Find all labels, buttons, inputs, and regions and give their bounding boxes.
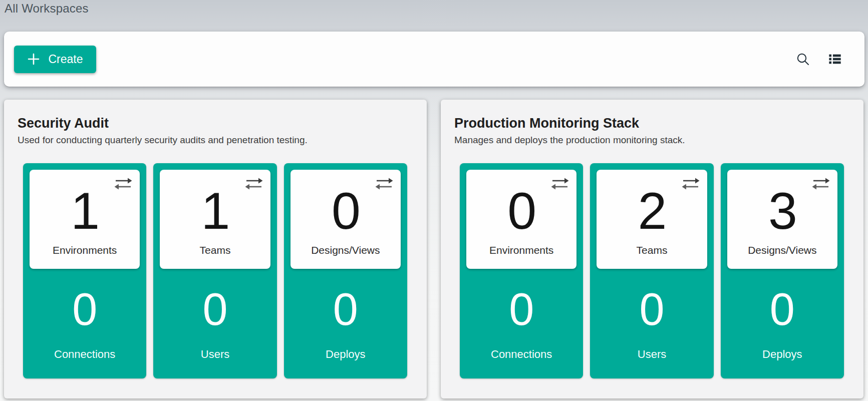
stat-bottom-label: Deploys: [762, 348, 802, 361]
stat-bottom-value: 0: [333, 287, 358, 332]
toolbar-icons: [795, 52, 842, 67]
workspace-card-security-audit[interactable]: Security Audit Used for conducting quart…: [4, 100, 427, 398]
plus-icon: [27, 53, 40, 66]
stat-tile-top: 3 Designs/Views: [727, 170, 837, 269]
stat-tile-teams[interactable]: 2 Teams 0 Users: [590, 163, 713, 378]
stat-tile-environments[interactable]: 0 Environments 0 Connections: [460, 163, 583, 378]
stat-top-label: Teams: [160, 244, 270, 269]
stat-bottom-label: Users: [201, 348, 229, 361]
stat-bottom-value: 0: [72, 287, 97, 332]
create-button-label: Create: [48, 53, 83, 66]
stat-tile-teams[interactable]: 1 Teams 0 Users: [153, 163, 276, 378]
stat-tile-designs-views[interactable]: 0 Designs/Views 0 Deploys: [284, 163, 407, 378]
stat-top-label: Environments: [30, 244, 140, 269]
stat-tile-bottom: 0 Deploys: [727, 269, 837, 372]
stat-bottom-value: 0: [202, 287, 227, 332]
stat-tile-top: 1 Teams: [160, 170, 270, 269]
search-icon[interactable]: [795, 52, 810, 67]
swap-horizontal-icon[interactable]: [114, 176, 132, 191]
stat-tile-environments[interactable]: 1 Environments 0 Connections: [23, 163, 146, 378]
stat-tiles: 1 Environments 0 Connections 1: [14, 163, 417, 378]
stat-tile-top: 0 Environments: [466, 170, 576, 269]
stat-tile-bottom: 0 Connections: [466, 269, 576, 372]
stat-tile-top: 0 Designs/Views: [291, 170, 401, 269]
stat-bottom-value: 0: [639, 287, 664, 332]
workspaces-toolbar: Create: [4, 32, 864, 87]
workspace-cards-row: Security Audit Used for conducting quart…: [4, 100, 863, 398]
stat-bottom-label: Deploys: [326, 348, 365, 361]
stat-tile-bottom: 0 Users: [597, 269, 707, 372]
stat-tile-top: 2 Teams: [597, 170, 707, 269]
swap-horizontal-icon[interactable]: [812, 176, 830, 191]
stat-top-label: Environments: [466, 244, 576, 269]
page-title: All Workspaces: [0, 0, 868, 16]
workspace-description: Used for conducting quarterly security a…: [18, 134, 417, 146]
stat-bottom-label: Users: [638, 348, 666, 361]
stat-top-label: Designs/Views: [291, 244, 401, 269]
list-view-icon[interactable]: [827, 52, 842, 67]
swap-horizontal-icon[interactable]: [245, 176, 263, 191]
stat-tile-bottom: 0 Users: [160, 269, 270, 372]
workspace-name: Production Monitoring Stack: [454, 115, 853, 131]
stat-bottom-value: 0: [509, 287, 534, 332]
stat-tile-bottom: 0 Deploys: [291, 269, 401, 372]
workspace-description: Manages and deploys the production monit…: [454, 134, 853, 146]
stat-bottom-label: Connections: [491, 348, 552, 361]
workspace-card-production-monitoring-stack[interactable]: Production Monitoring Stack Manages and …: [441, 100, 863, 398]
stat-top-label: Designs/Views: [727, 244, 837, 269]
stat-bottom-label: Connections: [54, 348, 115, 361]
stat-tiles: 0 Environments 0 Connections 2: [450, 163, 853, 378]
stat-tile-top: 1 Environments: [30, 170, 140, 269]
stat-top-label: Teams: [597, 244, 707, 269]
workspace-name: Security Audit: [18, 115, 417, 131]
stat-bottom-value: 0: [770, 287, 795, 332]
create-button[interactable]: Create: [14, 46, 96, 73]
stat-tile-bottom: 0 Connections: [30, 269, 140, 372]
swap-horizontal-icon[interactable]: [551, 176, 569, 191]
swap-horizontal-icon[interactable]: [375, 176, 393, 191]
swap-horizontal-icon[interactable]: [682, 176, 700, 191]
stat-tile-designs-views[interactable]: 3 Designs/Views 0 Deploys: [721, 163, 844, 378]
